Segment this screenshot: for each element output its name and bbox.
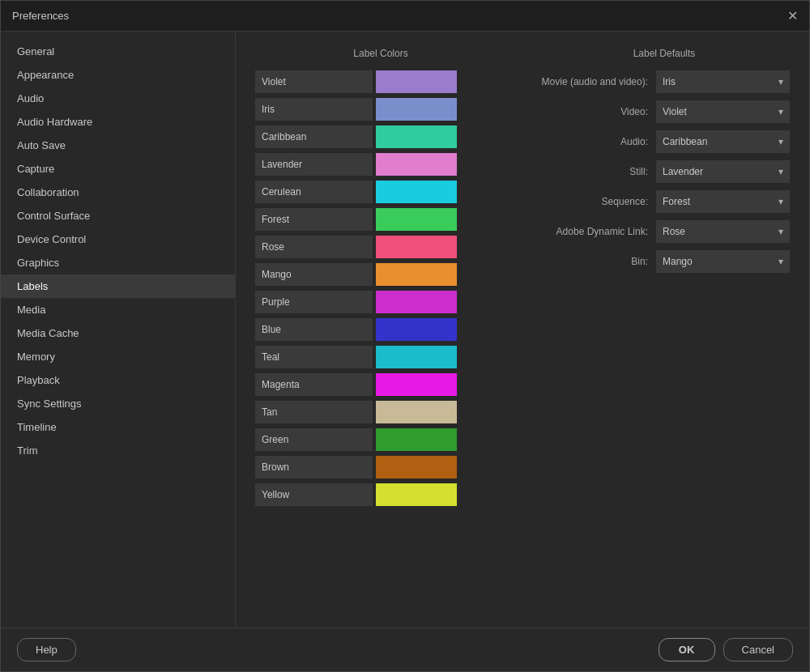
label-name-input[interactable] bbox=[255, 428, 373, 451]
sidebar-item-sync-settings[interactable]: Sync Settings bbox=[1, 392, 235, 415]
label-name-input[interactable] bbox=[255, 98, 373, 121]
sidebar-item-collaboration[interactable]: Collaboration bbox=[1, 181, 235, 204]
defaults-row: Bin:VioletIrisCaribbeanLavenderCeruleanF… bbox=[539, 250, 790, 273]
defaults-label: Video: bbox=[620, 106, 648, 117]
sidebar-item-playback[interactable]: Playback bbox=[1, 368, 235, 392]
label-row bbox=[255, 98, 506, 121]
label-row bbox=[255, 291, 506, 313]
label-name-input[interactable] bbox=[255, 346, 373, 368]
sidebar-item-appearance[interactable]: Appearance bbox=[1, 63, 235, 87]
label-name-input[interactable] bbox=[255, 208, 373, 231]
sidebar-item-media-cache[interactable]: Media Cache bbox=[1, 321, 235, 345]
label-name-input[interactable] bbox=[255, 318, 373, 341]
label-name-input[interactable] bbox=[255, 236, 373, 258]
color-swatch[interactable] bbox=[376, 263, 457, 286]
label-name-input[interactable] bbox=[255, 456, 373, 478]
preferences-dialog: Preferences ✕ GeneralAppearanceAudioAudi… bbox=[0, 0, 810, 672]
color-swatch[interactable] bbox=[376, 291, 457, 313]
defaults-select[interactable]: VioletIrisCaribbeanLavenderCeruleanFores… bbox=[656, 100, 790, 123]
titlebar: Preferences ✕ bbox=[1, 1, 809, 32]
sidebar-item-auto-save[interactable]: Auto Save bbox=[1, 134, 235, 157]
label-row bbox=[255, 236, 506, 258]
color-swatch[interactable] bbox=[376, 401, 457, 423]
sidebar-item-graphics[interactable]: Graphics bbox=[1, 251, 235, 274]
color-swatch[interactable] bbox=[376, 483, 457, 506]
select-wrapper: VioletIrisCaribbeanLavenderCeruleanFores… bbox=[656, 100, 790, 123]
color-swatch[interactable] bbox=[376, 318, 457, 341]
defaults-select[interactable]: VioletIrisCaribbeanLavenderCeruleanFores… bbox=[656, 250, 790, 273]
sidebar-item-memory[interactable]: Memory bbox=[1, 345, 235, 368]
label-row bbox=[255, 263, 506, 286]
label-colors-section: Label Colors bbox=[255, 48, 506, 611]
help-button[interactable]: Help bbox=[17, 638, 76, 661]
defaults-label: Movie (audio and video): bbox=[542, 76, 648, 87]
color-swatch[interactable] bbox=[376, 153, 457, 176]
label-name-input[interactable] bbox=[255, 263, 373, 286]
label-name-input[interactable] bbox=[255, 125, 373, 148]
color-swatch[interactable] bbox=[376, 125, 457, 148]
main-content: Label Colors Label Defaults Movie (audio… bbox=[236, 32, 809, 627]
color-swatch[interactable] bbox=[376, 208, 457, 231]
label-name-input[interactable] bbox=[255, 181, 373, 203]
defaults-label: Still: bbox=[629, 166, 648, 177]
select-wrapper: VioletIrisCaribbeanLavenderCeruleanFores… bbox=[656, 130, 790, 153]
main-inner: Label Colors Label Defaults Movie (audio… bbox=[255, 48, 790, 611]
sidebar-item-audio[interactable]: Audio bbox=[1, 87, 235, 110]
label-row bbox=[255, 483, 506, 506]
defaults-select[interactable]: VioletIrisCaribbeanLavenderCeruleanFores… bbox=[656, 190, 790, 213]
sidebar-item-trim[interactable]: Trim bbox=[1, 439, 235, 462]
defaults-label: Bin: bbox=[631, 256, 648, 267]
defaults-select[interactable]: VioletIrisCaribbeanLavenderCeruleanFores… bbox=[656, 70, 790, 93]
close-button[interactable]: ✕ bbox=[787, 10, 798, 23]
defaults-select[interactable]: VioletIrisCaribbeanLavenderCeruleanFores… bbox=[656, 130, 790, 153]
sidebar-item-labels[interactable]: Labels bbox=[1, 274, 235, 298]
sidebar: GeneralAppearanceAudioAudio HardwareAuto… bbox=[1, 32, 236, 627]
color-swatch[interactable] bbox=[376, 98, 457, 121]
defaults-row: Still:VioletIrisCaribbeanLavenderCerulea… bbox=[539, 160, 790, 183]
defaults-label: Adobe Dynamic Link: bbox=[556, 226, 648, 237]
label-row bbox=[255, 373, 506, 396]
label-row bbox=[255, 346, 506, 368]
label-row bbox=[255, 181, 506, 203]
select-wrapper: VioletIrisCaribbeanLavenderCeruleanFores… bbox=[656, 160, 790, 183]
label-row bbox=[255, 208, 506, 231]
sidebar-item-capture[interactable]: Capture bbox=[1, 157, 235, 181]
footer: Help OK Cancel bbox=[1, 627, 809, 671]
color-swatch[interactable] bbox=[376, 456, 457, 478]
sidebar-item-media[interactable]: Media bbox=[1, 298, 235, 321]
label-defaults-title: Label Defaults bbox=[539, 48, 790, 59]
cancel-button[interactable]: Cancel bbox=[723, 638, 793, 661]
defaults-row: Adobe Dynamic Link:VioletIrisCaribbeanLa… bbox=[539, 220, 790, 243]
dialog-title: Preferences bbox=[12, 10, 69, 22]
label-row bbox=[255, 401, 506, 423]
sidebar-item-timeline[interactable]: Timeline bbox=[1, 415, 235, 439]
defaults-row: Movie (audio and video):VioletIrisCaribb… bbox=[539, 70, 790, 93]
label-name-input[interactable] bbox=[255, 401, 373, 423]
color-swatch[interactable] bbox=[376, 346, 457, 368]
color-swatch[interactable] bbox=[376, 70, 457, 93]
sidebar-item-control-surface[interactable]: Control Surface bbox=[1, 204, 235, 228]
sidebar-item-device-control[interactable]: Device Control bbox=[1, 228, 235, 251]
color-swatch[interactable] bbox=[376, 373, 457, 396]
defaults-row: Sequence:VioletIrisCaribbeanLavenderCeru… bbox=[539, 190, 790, 213]
ok-button[interactable]: OK bbox=[659, 638, 715, 661]
sidebar-item-audio-hardware[interactable]: Audio Hardware bbox=[1, 110, 235, 134]
label-name-input[interactable] bbox=[255, 483, 373, 506]
label-row bbox=[255, 428, 506, 451]
color-swatch[interactable] bbox=[376, 428, 457, 451]
defaults-select[interactable]: VioletIrisCaribbeanLavenderCeruleanFores… bbox=[656, 160, 790, 183]
color-swatch[interactable] bbox=[376, 236, 457, 258]
color-swatch[interactable] bbox=[376, 181, 457, 203]
sidebar-item-general[interactable]: General bbox=[1, 40, 235, 63]
label-row bbox=[255, 70, 506, 93]
label-name-input[interactable] bbox=[255, 153, 373, 176]
label-name-input[interactable] bbox=[255, 70, 373, 93]
label-defaults-section: Label Defaults Movie (audio and video):V… bbox=[539, 48, 790, 611]
defaults-label: Sequence: bbox=[602, 196, 648, 207]
defaults-select[interactable]: VioletIrisCaribbeanLavenderCeruleanFores… bbox=[656, 220, 790, 243]
select-wrapper: VioletIrisCaribbeanLavenderCeruleanFores… bbox=[656, 220, 790, 243]
label-name-input[interactable] bbox=[255, 291, 373, 313]
label-row bbox=[255, 456, 506, 478]
label-name-input[interactable] bbox=[255, 373, 373, 396]
select-wrapper: VioletIrisCaribbeanLavenderCeruleanFores… bbox=[656, 70, 790, 93]
